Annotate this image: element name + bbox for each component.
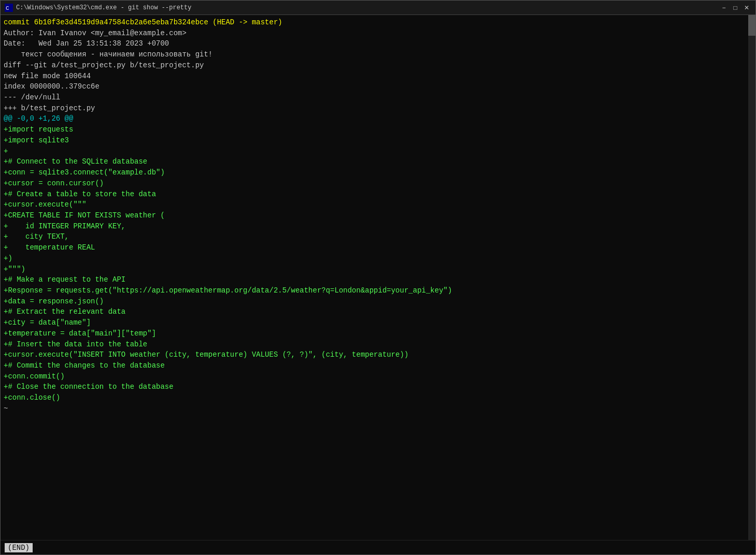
terminal-line-16: +conn = sqlite3.connect("example.db") xyxy=(4,167,752,178)
terminal-line-8: index 0000000..379cc6e xyxy=(4,81,752,92)
terminal-line-7: new file mode 100644 xyxy=(4,71,752,82)
terminal-line-34: +# Commit the changes to the database xyxy=(4,360,752,371)
close-button[interactable]: ✕ xyxy=(742,3,751,12)
terminal-line-38: ~ xyxy=(4,403,752,414)
window-title: C:\Windows\System32\cmd.exe - git show -… xyxy=(16,4,719,11)
terminal-line-17: +cursor = conn.cursor() xyxy=(4,178,752,189)
end-label: (END) xyxy=(5,543,33,552)
terminal-line-37: +conn.close() xyxy=(4,392,752,403)
title-bar: C C:\Windows\System32\cmd.exe - git show… xyxy=(1,1,755,15)
terminal-line-15: +# Connect to the SQLite database xyxy=(4,156,752,167)
terminal-line-12: +import requests xyxy=(4,124,752,135)
terminal-line-28: +data = response.json() xyxy=(4,296,752,307)
terminal-line-24: +) xyxy=(4,253,752,264)
terminal-line-13: +import sqlite3 xyxy=(4,135,752,146)
terminal-line-29: +# Extract the relevant data xyxy=(4,306,752,317)
maximize-button[interactable]: □ xyxy=(731,3,740,12)
terminal-line-36: +# Close the connection to the database xyxy=(4,382,752,392)
terminal-line-19: +cursor.execute(""" xyxy=(4,199,752,210)
terminal-line-21: + id INTEGER PRIMARY KEY, xyxy=(4,221,752,232)
scrollbar-thumb[interactable] xyxy=(748,15,755,36)
terminal-line-18: +# Create a table to store the data xyxy=(4,189,752,200)
terminal-line-10: +++ b/test_project.py xyxy=(4,103,752,114)
terminal-content: commit 6b10f3e3d4519d9a47584cb2a6e5eba7b… xyxy=(1,15,755,540)
terminal-line-0: commit 6b10f3e3d4519d9a47584cb2a6e5eba7b… xyxy=(4,17,752,28)
terminal-line-4: текст сообщения - начинаем использовать … xyxy=(4,49,752,60)
terminal-line-31: +temperature = data["main"]["temp"] xyxy=(4,328,752,339)
terminal-output: commit 6b10f3e3d4519d9a47584cb2a6e5eba7b… xyxy=(4,17,752,538)
terminal-line-30: +city = data["name"] xyxy=(4,317,752,328)
terminal-line-14: + xyxy=(4,146,752,157)
terminal-line-11: @@ -0,0 +1,26 @@ xyxy=(4,113,752,124)
terminal-line-32: +# Insert the data into the table xyxy=(4,339,752,350)
terminal-line-2: Date: Wed Jan 25 13:51:38 2023 +0700 xyxy=(4,38,752,49)
terminal-window: C C:\Windows\System32\cmd.exe - git show… xyxy=(0,0,756,555)
terminal-line-1: Author: Ivan Ivanov <my_email@example.co… xyxy=(4,28,752,39)
terminal-line-33: +cursor.execute("INSERT INTO weather (ci… xyxy=(4,349,752,360)
terminal-line-35: +conn.commit() xyxy=(4,371,752,382)
terminal-line-23: + temperature REAL xyxy=(4,242,752,253)
terminal-line-6: diff --git a/test_project.py b/test_proj… xyxy=(4,60,752,71)
cmd-icon: C xyxy=(5,4,13,12)
terminal-line-27: +Response = requests.get("https://api.op… xyxy=(4,285,752,296)
end-bar: (END) xyxy=(1,540,755,554)
scrollbar[interactable] xyxy=(748,15,755,540)
window-controls: − □ ✕ xyxy=(719,3,751,12)
terminal-line-25: +""") xyxy=(4,264,752,275)
terminal-line-26: +# Make a request to the API xyxy=(4,274,752,285)
minimize-button[interactable]: − xyxy=(719,3,729,12)
terminal-line-22: + city TEXT, xyxy=(4,231,752,242)
terminal-line-20: +CREATE TABLE IF NOT EXISTS weather ( xyxy=(4,210,752,221)
svg-text:C: C xyxy=(6,5,9,11)
terminal-line-9: --- /dev/null xyxy=(4,92,752,103)
